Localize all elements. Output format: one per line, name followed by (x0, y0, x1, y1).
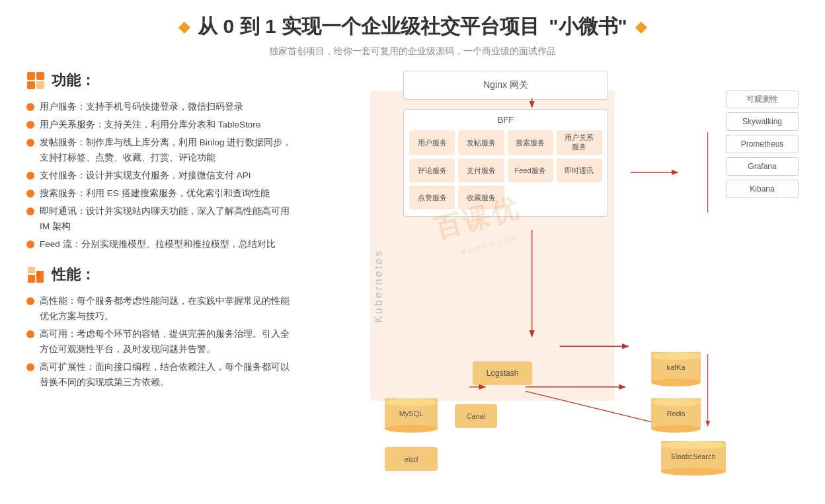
svg-rect-6 (28, 267, 35, 273)
obs-skywalking: Skywalking (726, 112, 799, 131)
performance-list: 高性能：每个服务都考虑性能问题，在实践中掌握常见的性能优化方案与技巧。 高可用：… (26, 294, 357, 390)
obs-grafana: Grafana (726, 157, 799, 176)
svg-rect-4 (28, 275, 35, 283)
bullet-dot (26, 139, 34, 147)
feature-item: 搜索服务：利用 ES 搭建搜索服务，优化索引和查询性能 (26, 186, 357, 201)
service-cell-collect: 收藏服务 (458, 186, 504, 209)
service-cell-like: 点赞服务 (409, 186, 455, 209)
logstash-box: Logstash (473, 361, 532, 385)
service-cell-post: 发帖服务 (458, 130, 504, 155)
features-title: 功能： (26, 71, 357, 90)
service-grid: 用户服务 发帖服务 搜索服务 用户关系服务 评论服务 支付服务 Feed服务 即… (409, 130, 602, 209)
bullet-dot (26, 103, 34, 111)
perf-item: 高性能：每个服务都考虑性能问题，在实践中掌握常见的性能优化方案与技巧。 (26, 294, 357, 324)
es-shape: ElasticSearch (661, 441, 726, 472)
bullet-dot (26, 363, 34, 371)
bullet-dot (26, 297, 34, 305)
redis-container: Redis (651, 394, 701, 429)
page-wrapper: ◆ 从 0 到 1 实现一个企业级社交平台项目 "小微书" ◆ 独家首创项目，给… (0, 0, 825, 460)
service-cell-feed: Feed服务 (508, 159, 553, 182)
service-cell-comment: 评论服务 (409, 159, 455, 182)
etcd-box: etcd (385, 447, 438, 471)
nginx-box: Nginx 网关 (403, 71, 608, 100)
svg-rect-3 (36, 81, 44, 89)
main-content: 功能： 用户服务：支持手机号码快捷登录，微信扫码登录 用户关系服务：支持关注，利… (26, 71, 799, 441)
kubernetes-label: Kubernetes (373, 249, 385, 323)
es-container: ElasticSearch (661, 437, 726, 472)
service-cell-user: 用户服务 (409, 130, 455, 155)
canal-box: Canal (455, 404, 497, 428)
right-panel: Kubernetes Nginx 网关 BFF 用户服务 发帖服务 搜索服务 用… (370, 71, 799, 441)
mysql-shape: MySQL (385, 398, 438, 429)
service-cell-im: 即时通讯 (557, 159, 602, 182)
bullet-dot (26, 172, 34, 180)
bullet-dot (26, 190, 34, 198)
feature-item: 即时通讯：设计并实现站内聊天功能，深入了解高性能高可用IM 架构 (26, 204, 357, 234)
kafka-container: kafKa (651, 348, 701, 382)
svg-rect-2 (27, 81, 35, 89)
perf-item: 高可扩展性：面向接口编程，结合依赖注入，每个服务都可以替换不同的实现或第三方依赖… (26, 360, 357, 390)
performance-title: 性能： (26, 265, 357, 285)
redis-shape: Redis (651, 398, 701, 429)
kafka-shape: kafKa (651, 352, 701, 382)
subtitle: 独家首创项目，给你一套可复用的企业级源码，一个商业级的面试作品 (26, 46, 799, 57)
page-title: ◆ 从 0 到 1 实现一个企业级社交平台项目 "小微书" ◆ (26, 13, 799, 40)
feature-item: Feed 流：分别实现推模型、拉模型和推拉模型，总结对比 (26, 237, 357, 252)
architecture-diagram: Kubernetes Nginx 网关 BFF 用户服务 发帖服务 搜索服务 用… (370, 71, 799, 441)
diamond-left-icon: ◆ (178, 18, 190, 36)
service-cell-relation: 用户关系服务 (557, 130, 602, 155)
obs-kibana: Kibana (726, 180, 799, 198)
service-cell-empty2 (557, 186, 602, 209)
bullet-dot (26, 330, 34, 338)
feature-item: 用户服务：支持手机号码快捷登录，微信扫码登录 (26, 100, 357, 115)
bff-container: BFF 用户服务 发帖服务 搜索服务 用户关系服务 评论服务 支付服务 Feed… (403, 109, 608, 217)
service-cell-pay: 支付服务 (458, 159, 504, 182)
perf-item: 高可用：考虑每个环节的容错，提供完善的服务治理。引入全方位可观测性平台，及时发现… (26, 327, 357, 357)
svg-rect-0 (27, 72, 35, 80)
feature-item: 用户关系服务：支持关注，利用分库分表和 TableStore (26, 118, 357, 133)
bullet-dot (26, 121, 34, 129)
obs-prometheus: Prometheus (726, 135, 799, 153)
feature-icon (26, 71, 45, 90)
feature-item: 发帖服务：制作库与线上库分离，利用 Binlog 进行数据同步，支持打标签、点赞… (26, 135, 357, 166)
bullet-dot (26, 240, 34, 248)
title-text: 从 0 到 1 实现一个企业级社交平台项目 "小微书" (198, 13, 627, 40)
bff-label: BFF (409, 115, 602, 125)
performance-icon (26, 266, 45, 284)
diamond-right-icon: ◆ (635, 18, 647, 36)
feature-list: 用户服务：支持手机号码快捷登录，微信扫码登录 用户关系服务：支持关注，利用分库分… (26, 100, 357, 252)
left-panel: 功能： 用户服务：支持手机号码快捷登录，微信扫码登录 用户关系服务：支持关注，利… (26, 71, 357, 441)
feature-item: 支付服务：设计并实现支付服务，对接微信支付 API (26, 168, 357, 184)
header: ◆ 从 0 到 1 实现一个企业级社交平台项目 "小微书" ◆ 独家首创项目，给… (26, 13, 799, 57)
observability-panel: 可观测性 Skywalking Prometheus Grafana Kiban… (726, 90, 799, 202)
service-cell-empty1 (508, 186, 553, 209)
service-cell-search: 搜索服务 (508, 130, 553, 155)
svg-rect-5 (36, 271, 44, 283)
obs-label: 可观测性 (726, 90, 799, 108)
svg-rect-1 (36, 72, 44, 80)
mysql-container: MySQL (385, 394, 438, 429)
bullet-dot (26, 207, 34, 215)
